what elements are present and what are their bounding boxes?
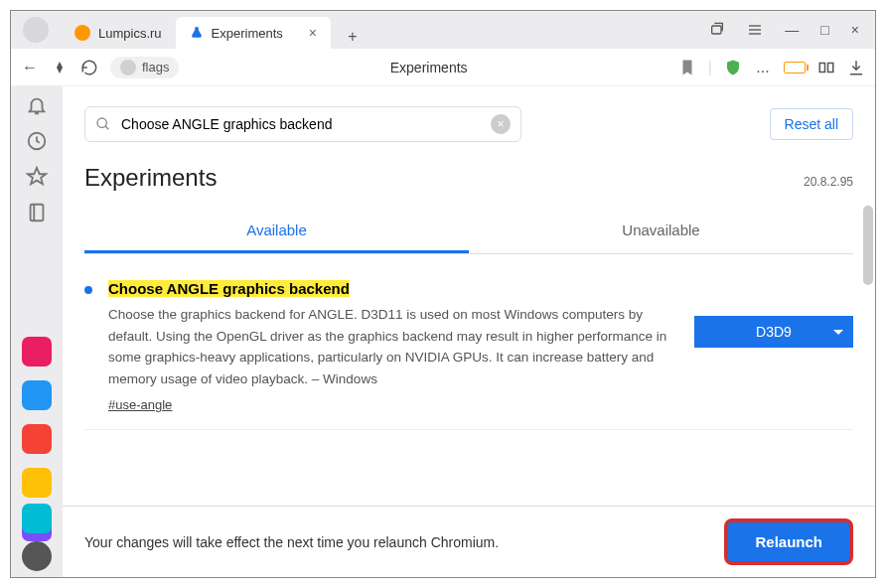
flag-item: Choose ANGLE graphics backend Choose the… [84, 254, 853, 430]
tab-close-icon[interactable]: × [309, 25, 317, 41]
tab-available[interactable]: Available [84, 210, 469, 253]
tab-lumpics[interactable]: Lumpics.ru [61, 17, 176, 49]
app-ivi[interactable] [22, 337, 52, 367]
tab-label: Experiments [212, 26, 283, 41]
address-chip[interactable]: flags [110, 57, 179, 78]
toolbar: ← flags Experiments | ... [11, 49, 875, 86]
page-title: Experiments [191, 60, 665, 75]
close-window-button[interactable]: × [851, 22, 859, 38]
history-icon[interactable] [26, 130, 48, 152]
menu-icon[interactable] [747, 22, 763, 38]
battery-icon[interactable] [784, 62, 806, 74]
extensions-icon[interactable] [817, 59, 835, 76]
svg-rect-5 [828, 63, 833, 72]
flask-icon [190, 26, 204, 40]
address-text: flags [142, 60, 169, 74]
reload-icon[interactable] [80, 59, 98, 76]
search-box[interactable]: × [84, 106, 521, 142]
app-docs[interactable] [22, 380, 52, 410]
profile-avatar[interactable] [23, 17, 49, 43]
separator: | [708, 59, 712, 76]
svg-rect-7 [31, 205, 44, 221]
flag-anchor-link[interactable]: #use-angle [108, 397, 172, 412]
back-button[interactable]: ← [21, 59, 39, 76]
bookmark-icon[interactable] [678, 59, 696, 76]
tab-experiments[interactable]: Experiments × [176, 17, 331, 49]
app-teal[interactable] [22, 504, 52, 533]
star-icon[interactable] [26, 166, 48, 188]
flag-title: Choose ANGLE graphics backend [108, 280, 350, 297]
yandex-icon[interactable] [51, 59, 69, 76]
flag-description: Choose the graphics backend for ANGLE. D… [108, 304, 678, 389]
tab-unavailable[interactable]: Unavailable [469, 210, 853, 253]
maximize-button[interactable]: □ [820, 22, 828, 38]
modified-indicator [84, 286, 92, 294]
tab-label: Lumpics.ru [98, 26, 162, 41]
search-input[interactable] [121, 116, 481, 132]
flag-tabs: Available Unavailable [84, 210, 853, 254]
globe-icon [120, 60, 136, 75]
titlebar: Lumpics.ru Experiments × + — □ × [11, 11, 875, 49]
page-heading: Experiments [84, 164, 217, 192]
relaunch-message: Your changes will take effect the next t… [84, 534, 499, 550]
app-alice[interactable] [22, 541, 52, 571]
search-icon [95, 116, 111, 132]
sidebar: + [11, 86, 63, 577]
svg-rect-4 [819, 63, 824, 72]
relaunch-bar: Your changes will take effect the next t… [63, 506, 875, 577]
scrollbar[interactable] [863, 206, 873, 285]
content-area: × Reset all Experiments 20.8.2.95 Availa… [63, 86, 875, 577]
clear-search-button[interactable]: × [491, 114, 511, 134]
svg-point-8 [97, 118, 106, 127]
version-label: 20.8.2.95 [804, 175, 853, 189]
svg-rect-0 [712, 26, 721, 34]
svg-line-9 [105, 126, 108, 129]
relaunch-button[interactable]: Relaunch [724, 518, 853, 565]
download-icon[interactable] [847, 59, 865, 76]
bell-icon[interactable] [26, 94, 48, 116]
collections-icon[interactable] [26, 202, 48, 223]
favicon-lumpics [74, 25, 90, 41]
more-icon[interactable]: ... [754, 59, 772, 76]
app-mail[interactable] [22, 468, 52, 498]
shield-icon[interactable] [724, 59, 742, 76]
reset-all-button[interactable]: Reset all [770, 108, 853, 140]
app-youtube[interactable] [22, 424, 52, 454]
flag-value-select[interactable]: D3D9 [694, 316, 853, 348]
new-tab-button[interactable]: + [341, 25, 365, 49]
tabs-overview-icon[interactable] [709, 22, 725, 38]
minimize-button[interactable]: — [785, 22, 799, 38]
